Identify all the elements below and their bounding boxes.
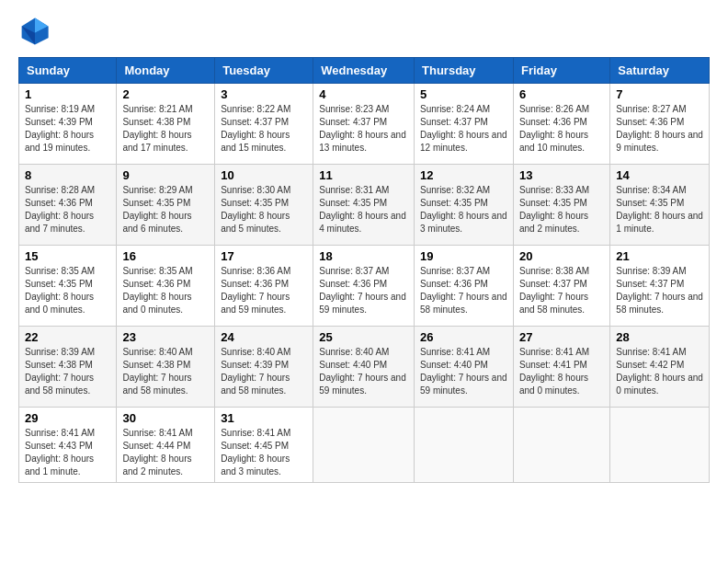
day-number: 17	[221, 249, 307, 263]
day-number: 8	[25, 168, 110, 182]
day-number: 30	[122, 411, 209, 425]
calendar-cell: 2Sunrise: 8:21 AMSunset: 4:38 PMDaylight…	[117, 84, 215, 165]
day-number: 16	[122, 249, 209, 263]
calendar-cell: 21Sunrise: 8:39 AMSunset: 4:37 PMDayligh…	[610, 246, 710, 327]
header-sunday: Sunday	[19, 58, 117, 84]
day-number: 26	[420, 330, 507, 344]
day-info: Sunrise: 8:32 AMSunset: 4:35 PMDaylight:…	[420, 184, 507, 236]
week-row-2: 8Sunrise: 8:28 AMSunset: 4:36 PMDaylight…	[19, 165, 710, 246]
day-info: Sunrise: 8:37 AMSunset: 4:36 PMDaylight:…	[319, 265, 408, 316]
calendar-cell: 27Sunrise: 8:41 AMSunset: 4:41 PMDayligh…	[513, 327, 609, 408]
day-info: Sunrise: 8:39 AMSunset: 4:37 PMDaylight:…	[616, 265, 703, 316]
week-row-5: 29Sunrise: 8:41 AMSunset: 4:43 PMDayligh…	[19, 408, 710, 483]
day-number: 10	[221, 168, 307, 182]
day-number: 23	[122, 330, 209, 344]
day-info: Sunrise: 8:19 AMSunset: 4:39 PMDaylight:…	[25, 103, 110, 155]
day-info: Sunrise: 8:41 AMSunset: 4:42 PMDaylight:…	[616, 346, 703, 397]
header-friday: Friday	[513, 58, 609, 84]
day-info: Sunrise: 8:36 AMSunset: 4:36 PMDaylight:…	[221, 265, 307, 316]
header-thursday: Thursday	[415, 58, 514, 84]
calendar-cell: 8Sunrise: 8:28 AMSunset: 4:36 PMDaylight…	[19, 165, 117, 246]
calendar-cell	[513, 408, 609, 483]
header-wednesday: Wednesday	[313, 58, 415, 84]
day-info: Sunrise: 8:35 AMSunset: 4:35 PMDaylight:…	[25, 265, 110, 316]
header-tuesday: Tuesday	[215, 58, 313, 84]
calendar-cell: 29Sunrise: 8:41 AMSunset: 4:43 PMDayligh…	[19, 408, 117, 483]
header	[18, 15, 710, 48]
day-number: 15	[25, 249, 110, 263]
day-number: 6	[519, 87, 604, 101]
day-number: 27	[519, 330, 604, 344]
logo	[18, 15, 57, 48]
day-info: Sunrise: 8:31 AMSunset: 4:35 PMDaylight:…	[319, 184, 408, 236]
calendar-cell: 24Sunrise: 8:40 AMSunset: 4:39 PMDayligh…	[215, 327, 313, 408]
calendar-cell: 13Sunrise: 8:33 AMSunset: 4:35 PMDayligh…	[513, 165, 609, 246]
calendar-cell: 16Sunrise: 8:35 AMSunset: 4:36 PMDayligh…	[117, 246, 215, 327]
day-number: 25	[319, 330, 408, 344]
calendar-cell: 14Sunrise: 8:34 AMSunset: 4:35 PMDayligh…	[610, 165, 710, 246]
day-number: 5	[420, 87, 507, 101]
header-saturday: Saturday	[610, 58, 710, 84]
day-info: Sunrise: 8:27 AMSunset: 4:36 PMDaylight:…	[616, 103, 703, 155]
calendar-cell: 15Sunrise: 8:35 AMSunset: 4:35 PMDayligh…	[19, 246, 117, 327]
header-monday: Monday	[117, 58, 215, 84]
calendar-cell: 10Sunrise: 8:30 AMSunset: 4:35 PMDayligh…	[215, 165, 313, 246]
day-number: 11	[319, 168, 408, 182]
day-number: 9	[122, 168, 209, 182]
day-number: 12	[420, 168, 507, 182]
day-number: 28	[616, 330, 703, 344]
calendar-cell: 20Sunrise: 8:38 AMSunset: 4:37 PMDayligh…	[513, 246, 609, 327]
calendar-cell: 7Sunrise: 8:27 AMSunset: 4:36 PMDaylight…	[610, 84, 710, 165]
calendar-cell: 11Sunrise: 8:31 AMSunset: 4:35 PMDayligh…	[313, 165, 415, 246]
day-number: 3	[221, 87, 307, 101]
day-number: 13	[519, 168, 604, 182]
day-info: Sunrise: 8:35 AMSunset: 4:36 PMDaylight:…	[122, 265, 209, 316]
day-info: Sunrise: 8:41 AMSunset: 4:45 PMDaylight:…	[221, 427, 307, 478]
calendar: SundayMondayTuesdayWednesdayThursdayFrid…	[18, 57, 710, 483]
calendar-cell: 12Sunrise: 8:32 AMSunset: 4:35 PMDayligh…	[415, 165, 514, 246]
calendar-cell: 22Sunrise: 8:39 AMSunset: 4:38 PMDayligh…	[19, 327, 117, 408]
day-info: Sunrise: 8:41 AMSunset: 4:40 PMDaylight:…	[420, 346, 507, 397]
day-number: 1	[25, 87, 110, 101]
logo-icon	[18, 15, 51, 48]
calendar-cell: 18Sunrise: 8:37 AMSunset: 4:36 PMDayligh…	[313, 246, 415, 327]
page: SundayMondayTuesdayWednesdayThursdayFrid…	[0, 0, 728, 563]
day-number: 24	[221, 330, 307, 344]
day-info: Sunrise: 8:41 AMSunset: 4:44 PMDaylight:…	[122, 427, 209, 478]
day-number: 19	[420, 249, 507, 263]
day-number: 22	[25, 330, 110, 344]
calendar-cell: 26Sunrise: 8:41 AMSunset: 4:40 PMDayligh…	[415, 327, 514, 408]
day-info: Sunrise: 8:23 AMSunset: 4:37 PMDaylight:…	[319, 103, 408, 155]
day-number: 31	[221, 411, 307, 425]
calendar-cell	[415, 408, 514, 483]
day-number: 2	[122, 87, 209, 101]
day-number: 29	[25, 411, 110, 425]
day-info: Sunrise: 8:24 AMSunset: 4:37 PMDaylight:…	[420, 103, 507, 155]
calendar-cell: 19Sunrise: 8:37 AMSunset: 4:36 PMDayligh…	[415, 246, 514, 327]
day-number: 21	[616, 249, 703, 263]
day-info: Sunrise: 8:29 AMSunset: 4:35 PMDaylight:…	[122, 184, 209, 236]
calendar-cell: 25Sunrise: 8:40 AMSunset: 4:40 PMDayligh…	[313, 327, 415, 408]
calendar-cell: 3Sunrise: 8:22 AMSunset: 4:37 PMDaylight…	[215, 84, 313, 165]
day-info: Sunrise: 8:38 AMSunset: 4:37 PMDaylight:…	[519, 265, 604, 316]
calendar-cell: 9Sunrise: 8:29 AMSunset: 4:35 PMDaylight…	[117, 165, 215, 246]
calendar-cell: 4Sunrise: 8:23 AMSunset: 4:37 PMDaylight…	[313, 84, 415, 165]
day-info: Sunrise: 8:37 AMSunset: 4:36 PMDaylight:…	[420, 265, 507, 316]
day-info: Sunrise: 8:39 AMSunset: 4:38 PMDaylight:…	[25, 346, 110, 397]
day-number: 4	[319, 87, 408, 101]
day-info: Sunrise: 8:40 AMSunset: 4:40 PMDaylight:…	[319, 346, 408, 397]
day-info: Sunrise: 8:40 AMSunset: 4:39 PMDaylight:…	[221, 346, 307, 397]
day-info: Sunrise: 8:28 AMSunset: 4:36 PMDaylight:…	[25, 184, 110, 236]
calendar-cell: 5Sunrise: 8:24 AMSunset: 4:37 PMDaylight…	[415, 84, 514, 165]
day-info: Sunrise: 8:41 AMSunset: 4:41 PMDaylight:…	[519, 346, 604, 397]
day-info: Sunrise: 8:30 AMSunset: 4:35 PMDaylight:…	[221, 184, 307, 236]
calendar-header-row: SundayMondayTuesdayWednesdayThursdayFrid…	[19, 58, 710, 84]
day-info: Sunrise: 8:33 AMSunset: 4:35 PMDaylight:…	[519, 184, 604, 236]
calendar-cell: 23Sunrise: 8:40 AMSunset: 4:38 PMDayligh…	[117, 327, 215, 408]
calendar-cell	[610, 408, 710, 483]
day-info: Sunrise: 8:21 AMSunset: 4:38 PMDaylight:…	[122, 103, 209, 155]
day-info: Sunrise: 8:26 AMSunset: 4:36 PMDaylight:…	[519, 103, 604, 155]
calendar-cell: 28Sunrise: 8:41 AMSunset: 4:42 PMDayligh…	[610, 327, 710, 408]
day-number: 20	[519, 249, 604, 263]
calendar-cell: 1Sunrise: 8:19 AMSunset: 4:39 PMDaylight…	[19, 84, 117, 165]
